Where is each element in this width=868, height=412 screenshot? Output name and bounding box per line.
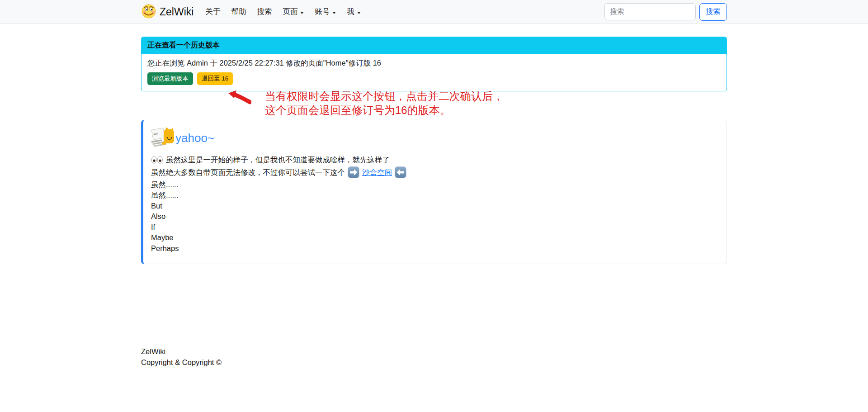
alert-header: 正在查看一个历史版本 <box>142 37 726 54</box>
list-item: Perhaps <box>151 243 719 254</box>
smiley-logo-icon <box>141 3 156 20</box>
search-button[interactable]: 搜索 <box>699 3 727 21</box>
footer-divider <box>141 325 727 325</box>
main-nav: 关于 帮助 搜索 页面 账号 我 <box>200 3 366 20</box>
browse-latest-button[interactable]: 浏览最新版本 <box>147 72 193 85</box>
annotation-text: 当有权限时会显示这个按钮，点击并二次确认后， 这个页面会退回至修订号为16的版本… <box>265 89 504 117</box>
brand-label: ZelWiki <box>160 6 193 18</box>
nav-link-about[interactable]: 关于 <box>200 3 226 20</box>
eyes-emoji-icon <box>151 156 163 164</box>
list-item: If <box>151 222 719 233</box>
search-input[interactable] <box>604 3 696 20</box>
nav-link-search[interactable]: 搜索 <box>251 3 277 20</box>
chevron-down-icon <box>332 12 336 14</box>
list-item: 虽然...... <box>151 180 719 190</box>
footer: ZelWiki Copyright & Copyright © <box>141 346 727 368</box>
paragraph-1: 虽然这里是一开始的样子，但是我也不知道要做成啥样，就先这样了 <box>151 155 719 166</box>
sandbox-link[interactable]: 沙盒空间 <box>362 166 392 179</box>
top-navbar: ZelWiki 关于 帮助 搜索 页面 账号 我 搜索 <box>0 0 868 24</box>
nav-dropdown-account[interactable]: 账号 <box>309 3 341 20</box>
alert-body: 您正在浏览 Admin 于 2025/2/25 22:27:31 修改的页面"H… <box>142 54 726 91</box>
right-arrow-emoji-icon <box>348 166 359 178</box>
main-content: 正在查看一个历史版本 您正在浏览 Admin 于 2025/2/25 22:27… <box>141 37 727 368</box>
history-version-alert: 正在查看一个历史版本 您正在浏览 Admin 于 2025/2/25 22:27… <box>141 37 727 91</box>
nav-link-label: 页面 <box>283 7 297 15</box>
page-title: yahoo~ <box>175 131 214 145</box>
navbar-search: 搜索 <box>604 3 727 21</box>
annotation-overlay: 当有权限时会显示这个按钮，点击并二次确认后， 这个页面会退回至修订号为16的版本… <box>228 89 504 117</box>
wiki-page-card: wo yaho <box>141 120 727 264</box>
nav-dropdown-pages[interactable]: 页面 <box>277 3 309 20</box>
nav-link-help[interactable]: 帮助 <box>226 3 251 20</box>
paragraph-2-text: 虽然绝大多数自带页面无法修改，不过你可以尝试一下这个 <box>151 166 345 179</box>
footer-copyright: Copyright & Copyright © <box>141 357 727 368</box>
annotation-line2: 这个页面会退回至修订号为16的版本。 <box>265 103 504 117</box>
page-heading: wo yaho <box>151 126 719 150</box>
nav-dropdown-me[interactable]: 我 <box>341 3 366 20</box>
nav-link-label: 我 <box>347 7 354 15</box>
alert-buttons: 浏览最新版本 退回至 16 <box>147 72 721 85</box>
list-item: Also <box>151 211 719 222</box>
nav-link-label: 账号 <box>315 7 330 15</box>
paragraph-2: 虽然绝大多数自带页面无法修改，不过你可以尝试一下这个 沙盒空间 <box>151 166 719 179</box>
nav-link-label: 关于 <box>205 7 220 15</box>
revision-message: 您正在浏览 Admin 于 2025/2/25 22:27:31 修改的页面"H… <box>147 58 721 68</box>
paragraph-1-text: 虽然这里是一开始的样子，但是我也不知道要做成啥样，就先这样了 <box>166 155 390 166</box>
chevron-down-icon <box>357 12 361 14</box>
cat-typing-sticker: wo <box>151 126 175 150</box>
nav-link-label: 搜索 <box>257 7 272 15</box>
left-arrow-emoji-icon <box>395 166 406 178</box>
content-list: 虽然...... 虽然...... But Also If Maybe Perh… <box>151 180 719 254</box>
list-item: 虽然...... <box>151 190 719 201</box>
list-item: But <box>151 201 719 212</box>
list-item: Maybe <box>151 232 719 243</box>
chevron-down-icon <box>300 12 304 14</box>
footer-brand: ZelWiki <box>141 346 727 357</box>
revert-button[interactable]: 退回至 16 <box>197 72 233 85</box>
red-arrow-annotation <box>228 90 251 107</box>
nav-link-label: 帮助 <box>231 7 246 15</box>
brand[interactable]: ZelWiki <box>141 3 193 20</box>
